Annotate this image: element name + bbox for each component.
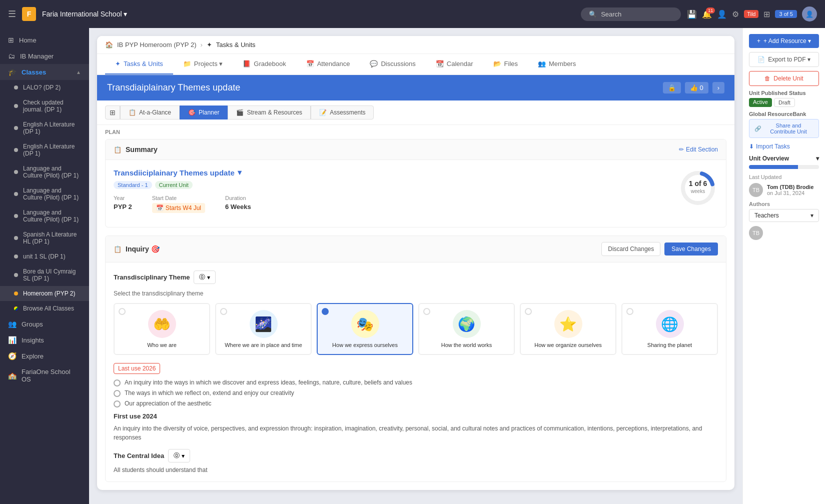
start-date-value: 📅 Starts W4 Jul: [152, 203, 205, 213]
sub-tab-at-a-glance[interactable]: 📋 At-a-Glance: [120, 106, 180, 120]
attendance-icon: 📅: [306, 60, 314, 68]
theme-icon-where: 🌌: [250, 310, 278, 338]
share-contribute-button[interactable]: 🔗 Share and Contribute Unit: [749, 119, 819, 138]
tab-members[interactable]: 👥 Members: [528, 54, 586, 74]
share-icon: 🔗: [754, 126, 761, 132]
edit-section-button[interactable]: ✏ Edit Section: [679, 146, 718, 153]
tab-label: Tasks & Units: [124, 60, 163, 68]
tab-label: Attendance: [317, 60, 350, 68]
next-btn[interactable]: ›: [712, 82, 724, 94]
sidebar-item-explore[interactable]: 🧭 Explore: [0, 348, 89, 364]
notification-icon[interactable]: 🔔 11: [702, 10, 712, 19]
theme-name: Where we are in place and time: [225, 342, 302, 348]
sidebar-item-label: Spanish A Literature HL (DP 1): [23, 231, 81, 245]
theme-radio: [525, 308, 532, 315]
authors-label: Authors: [749, 201, 819, 207]
breadcrumb-icon: 🏠: [105, 41, 113, 48]
checkbox-3[interactable]: [114, 400, 121, 408]
delete-unit-button[interactable]: 🗑 Delete Unit: [749, 71, 819, 86]
sidebar-item-label: Insights: [22, 336, 44, 344]
sidebar-item-class-journal[interactable]: Check updated journal. (DP 1): [0, 95, 89, 117]
save-changes-button[interactable]: Save Changes: [664, 242, 718, 256]
sub-tab-stream-resources[interactable]: 🎬 Stream & Resources: [228, 106, 311, 120]
at-a-glance-icon: 📋: [129, 109, 136, 116]
theme-card-sharing[interactable]: 🌐 Sharing the planet: [621, 303, 718, 355]
sidebar-item-classes[interactable]: 🎓 Classes ▲: [0, 64, 89, 80]
status-active-badge[interactable]: Active: [749, 98, 772, 107]
sidebar-item-class-langculture3[interactable]: Language and Culture (Pilot) (DP 1): [0, 205, 89, 227]
sidebar-item-class-cymraig[interactable]: Bore da UI Cymraig SL (DP 1): [0, 264, 89, 286]
sidebar-item-browse-classes[interactable]: Browse All Classes: [0, 301, 89, 316]
user-avatar[interactable]: 👤: [802, 6, 817, 22]
theme-icon-sharing: 🌐: [656, 310, 684, 338]
sub-tab-assessments[interactable]: 📝 Assessments: [311, 106, 374, 120]
lock-btn[interactable]: 🔒: [663, 82, 681, 94]
tab-projects[interactable]: 📁 Projects ▾: [173, 54, 233, 74]
checkbox-2[interactable]: [114, 390, 121, 397]
central-idea-dropdown[interactable]: ⓪ ▾: [168, 449, 190, 462]
tab-label: Files: [504, 60, 518, 68]
class-dot: [14, 254, 18, 258]
discard-changes-button[interactable]: Discard Changes: [601, 242, 660, 256]
sidebar-item-faria[interactable]: 🏫 FariaOne School OS: [0, 364, 89, 387]
tab-attendance[interactable]: 📅 Attendance: [296, 54, 360, 74]
class-dot: [14, 148, 18, 152]
sidebar-item-class-spanish[interactable]: Spanish A Literature HL (DP 1): [0, 227, 89, 249]
meta-duration: Duration 6 Weeks: [225, 195, 251, 210]
sidebar-item-label: LALO? (DP 2): [23, 84, 61, 91]
breadcrumb-parent[interactable]: IB PYP Homeroom (PYP 2): [117, 41, 196, 48]
theme-card-how-express[interactable]: 🎭 How we express ourselves: [317, 303, 413, 355]
tab-discussions[interactable]: 💬 Discussions: [360, 54, 425, 74]
sidebar-item-class-homeroom[interactable]: Homeroom (PYP 2): [0, 286, 89, 301]
sub-tab-label: Planner: [199, 109, 219, 116]
class-dot: [14, 236, 18, 240]
sub-tab-planner[interactable]: 🎯 Planner: [180, 106, 228, 120]
settings-icon[interactable]: ⚙: [732, 10, 739, 19]
unit-overview-bar: [749, 165, 819, 169]
sidebar-item-groups[interactable]: 👥 Groups: [0, 316, 89, 332]
vote-btn[interactable]: 👍 0: [685, 82, 708, 94]
grid-icon[interactable]: ⊞: [763, 10, 770, 19]
sidebar-item-class-langculture1[interactable]: Language and Culture (Pilot) (DP 1): [0, 161, 89, 183]
save-icon[interactable]: 💾: [687, 10, 697, 19]
theme-card-who-we-are[interactable]: 🤲 Who we are: [114, 303, 210, 355]
tab-files[interactable]: 📂 Files: [483, 54, 528, 74]
sidebar-item-ibmanager[interactable]: 🗂 IB Manager: [0, 48, 89, 64]
theme-icon-organize: ⭐: [554, 310, 582, 338]
search-bar[interactable]: 🔍 Search: [581, 8, 681, 21]
sub-tab-grid[interactable]: ⊞: [105, 106, 120, 120]
theme-card-where[interactable]: 🌌 Where we are in place and time: [215, 303, 312, 355]
duration-label: Duration: [225, 195, 251, 201]
sidebar-item-label: unit 1 SL (DP 1): [23, 253, 66, 260]
add-resource-button[interactable]: + + Add Resource ▾: [749, 34, 819, 48]
teachers-dropdown[interactable]: Teachers ▾: [749, 209, 819, 222]
tab-tasks-units[interactable]: ✦ Tasks & Units: [105, 54, 173, 74]
sidebar-item-class-english2[interactable]: English A Literature (DP 1): [0, 139, 89, 161]
profile-icon[interactable]: 👤: [717, 10, 727, 19]
sidebar-item-class-lalo[interactable]: LALO? (DP 2): [0, 80, 89, 95]
tab-calendar[interactable]: 📆 Calendar: [426, 54, 483, 74]
unit-title: Transdiaiplainary Themes update: [107, 82, 663, 93]
sidebar-item-class-english1[interactable]: English A Literature (DP 1): [0, 117, 89, 139]
sidebar-item-home[interactable]: ⊞ Home: [0, 32, 89, 48]
theme-card-world-works[interactable]: 🌍 How the world works: [418, 303, 515, 355]
explore-icon: 🧭: [8, 352, 17, 360]
sidebar-item-label: Bore da UI Cymraig SL (DP 1): [23, 268, 81, 282]
checkbox-1[interactable]: [114, 380, 121, 386]
theme-name: Sharing the planet: [647, 342, 692, 348]
tab-label: Projects ▾: [194, 60, 223, 68]
tab-gradebook[interactable]: 📕 Gradebook: [233, 54, 296, 74]
export-pdf-button[interactable]: 📄 Export to PDF ▾: [749, 52, 819, 67]
sidebar-item-insights[interactable]: 📊 Insights: [0, 332, 89, 348]
inquiry-icon: 📋: [114, 246, 122, 253]
theme-card-organize[interactable]: ⭐ How we organize ourselves: [520, 303, 616, 355]
home-icon: ⊞: [8, 36, 14, 44]
sidebar-item-class-unit1sl[interactable]: unit 1 SL (DP 1): [0, 249, 89, 264]
hamburger-menu[interactable]: ☰: [8, 8, 16, 20]
last-use-badge: Last use 2026: [114, 363, 160, 374]
status-draft-badge[interactable]: Draft: [774, 98, 795, 107]
import-tasks-link[interactable]: ⬇ Import Tasks: [749, 143, 819, 150]
sidebar-item-class-langculture2[interactable]: Language and Culture (Pilot) (DP 1): [0, 183, 89, 205]
theme-dropdown[interactable]: ⓪ ▾: [194, 270, 216, 284]
unit-header-actions: 🔒 👍 0 ›: [663, 82, 724, 94]
